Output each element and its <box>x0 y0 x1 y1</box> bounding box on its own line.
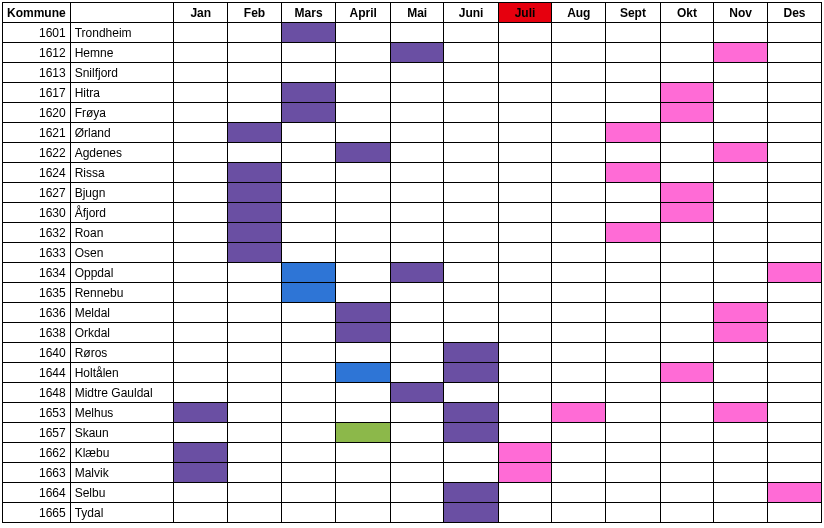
cell <box>228 263 282 283</box>
cell <box>444 503 498 523</box>
cell <box>228 443 282 463</box>
row-name: Malvik <box>70 463 174 483</box>
cell <box>174 123 228 143</box>
cell <box>714 503 768 523</box>
cell <box>444 63 498 83</box>
cell <box>552 303 606 323</box>
cell <box>281 483 336 503</box>
cell <box>768 403 822 423</box>
cell <box>768 483 822 503</box>
cell <box>228 423 282 443</box>
table-row: 1632Roan <box>3 223 822 243</box>
cell <box>768 203 822 223</box>
row-name: Åfjord <box>70 203 174 223</box>
row-code: 1630 <box>3 203 71 223</box>
row-name: Ørland <box>70 123 174 143</box>
cell <box>714 243 768 263</box>
table-row: 1622Agdenes <box>3 143 822 163</box>
cell <box>498 443 552 463</box>
cell <box>174 143 228 163</box>
cell <box>336 283 390 303</box>
row-name: Frøya <box>70 103 174 123</box>
cell <box>228 103 282 123</box>
table-row: 1662Klæbu <box>3 443 822 463</box>
cell <box>498 163 552 183</box>
cell <box>281 403 336 423</box>
cell <box>174 463 228 483</box>
cell <box>281 183 336 203</box>
row-code: 1638 <box>3 323 71 343</box>
header-month-aug: Aug <box>552 3 606 23</box>
cell <box>390 343 444 363</box>
cell <box>660 243 714 263</box>
cell <box>498 343 552 363</box>
table-row: 1620Frøya <box>3 103 822 123</box>
cell <box>281 323 336 343</box>
cell <box>390 103 444 123</box>
header-month-jan: Jan <box>174 3 228 23</box>
table-row: 1613Snilfjord <box>3 63 822 83</box>
row-name: Roan <box>70 223 174 243</box>
cell <box>714 423 768 443</box>
cell <box>714 63 768 83</box>
header-month-des: Des <box>768 3 822 23</box>
table-row: 1648Midtre Gauldal <box>3 383 822 403</box>
cell <box>228 483 282 503</box>
row-name: Hemne <box>70 43 174 63</box>
row-name: Røros <box>70 343 174 363</box>
header-month-nov: Nov <box>714 3 768 23</box>
cell <box>390 163 444 183</box>
cell <box>768 103 822 123</box>
cell <box>768 143 822 163</box>
row-code: 1620 <box>3 103 71 123</box>
cell <box>768 323 822 343</box>
table-body: 1601Trondheim1612Hemne1613Snilfjord1617H… <box>3 23 822 523</box>
cell <box>498 63 552 83</box>
cell <box>660 423 714 443</box>
cell <box>444 383 498 403</box>
cell <box>552 263 606 283</box>
cell <box>281 223 336 243</box>
header-kommune: Kommune <box>3 3 71 23</box>
cell <box>768 83 822 103</box>
header-month-okt: Okt <box>660 3 714 23</box>
cell <box>606 503 660 523</box>
cell <box>174 363 228 383</box>
cell <box>390 83 444 103</box>
cell <box>768 383 822 403</box>
cell <box>336 503 390 523</box>
cell <box>606 403 660 423</box>
cell <box>660 183 714 203</box>
cell <box>174 443 228 463</box>
row-code: 1621 <box>3 123 71 143</box>
cell <box>768 423 822 443</box>
table-row: 1630Åfjord <box>3 203 822 223</box>
cell <box>552 23 606 43</box>
cell <box>606 463 660 483</box>
cell <box>174 243 228 263</box>
table-row: 1601Trondheim <box>3 23 822 43</box>
cell <box>390 243 444 263</box>
table-row: 1663Malvik <box>3 463 822 483</box>
cell <box>660 103 714 123</box>
cell <box>768 443 822 463</box>
cell <box>444 163 498 183</box>
cell <box>390 63 444 83</box>
row-name: Klæbu <box>70 443 174 463</box>
cell <box>606 363 660 383</box>
row-name: Rissa <box>70 163 174 183</box>
row-code: 1665 <box>3 503 71 523</box>
cell <box>174 163 228 183</box>
cell <box>606 143 660 163</box>
cell <box>336 363 390 383</box>
cell <box>660 283 714 303</box>
cell <box>390 223 444 243</box>
cell <box>660 463 714 483</box>
cell <box>552 403 606 423</box>
cell <box>281 383 336 403</box>
cell <box>552 123 606 143</box>
cell <box>714 263 768 283</box>
cell <box>714 23 768 43</box>
cell <box>390 143 444 163</box>
table-row: 1635Rennebu <box>3 283 822 303</box>
